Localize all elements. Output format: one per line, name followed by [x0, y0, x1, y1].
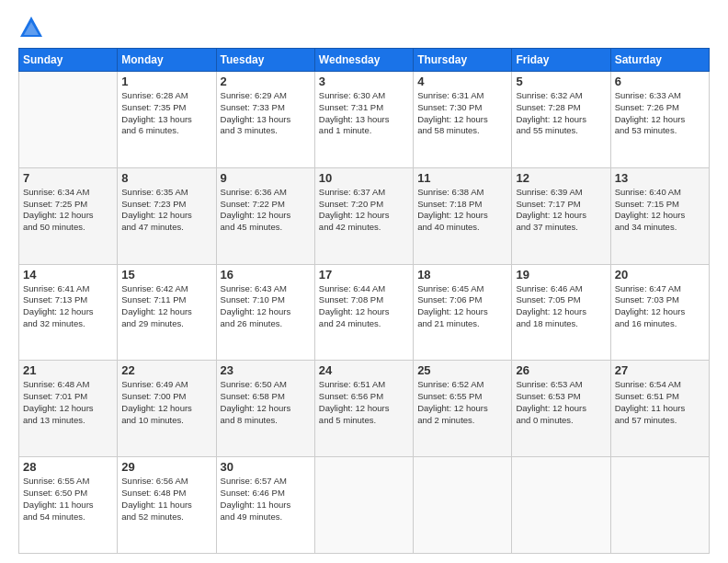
- day-info: Sunrise: 6:36 AM Sunset: 7:22 PM Dayligh…: [221, 187, 311, 234]
- day-number: 21: [23, 363, 113, 377]
- day-info: Sunrise: 6:44 AM Sunset: 7:08 PM Dayligh…: [319, 283, 409, 330]
- calendar-week-row: 21Sunrise: 6:48 AM Sunset: 7:01 PM Dayli…: [19, 361, 710, 457]
- day-info: Sunrise: 6:39 AM Sunset: 7:17 PM Dayligh…: [516, 187, 606, 234]
- day-info: Sunrise: 6:46 AM Sunset: 7:05 PM Dayligh…: [516, 283, 606, 330]
- calendar-day-header: Sunday: [19, 49, 118, 72]
- calendar-day-header: Saturday: [610, 49, 709, 72]
- calendar-cell: 20Sunrise: 6:47 AM Sunset: 7:03 PM Dayli…: [610, 264, 709, 361]
- day-number: 4: [417, 75, 507, 88]
- calendar-day-header: Friday: [512, 49, 610, 72]
- day-info: Sunrise: 6:55 AM Sunset: 6:50 PM Dayligh…: [23, 476, 113, 523]
- day-info: Sunrise: 6:42 AM Sunset: 7:11 PM Dayligh…: [121, 283, 211, 330]
- day-info: Sunrise: 6:34 AM Sunset: 7:25 PM Dayligh…: [23, 187, 113, 234]
- calendar-cell: 8Sunrise: 6:35 AM Sunset: 7:23 PM Daylig…: [118, 167, 216, 264]
- day-number: 3: [319, 75, 409, 88]
- calendar-cell: 29Sunrise: 6:56 AM Sunset: 6:48 PM Dayli…: [118, 457, 216, 554]
- calendar-week-row: 1Sunrise: 6:28 AM Sunset: 7:35 PM Daylig…: [19, 72, 710, 168]
- day-info: Sunrise: 6:54 AM Sunset: 6:51 PM Dayligh…: [615, 379, 705, 426]
- day-number: 22: [121, 363, 211, 377]
- calendar-cell: 9Sunrise: 6:36 AM Sunset: 7:22 PM Daylig…: [216, 167, 314, 264]
- day-number: 24: [319, 363, 409, 377]
- day-info: Sunrise: 6:35 AM Sunset: 7:23 PM Dayligh…: [121, 187, 211, 234]
- calendar-week-row: 28Sunrise: 6:55 AM Sunset: 6:50 PM Dayli…: [19, 457, 710, 554]
- calendar-cell: 28Sunrise: 6:55 AM Sunset: 6:50 PM Dayli…: [19, 457, 118, 554]
- calendar-cell: [414, 457, 512, 554]
- calendar-cell: 14Sunrise: 6:41 AM Sunset: 7:13 PM Dayli…: [19, 264, 118, 361]
- day-number: 20: [615, 268, 705, 282]
- calendar-cell: 10Sunrise: 6:37 AM Sunset: 7:20 PM Dayli…: [314, 167, 413, 264]
- day-number: 18: [417, 268, 507, 282]
- day-number: 16: [221, 268, 311, 282]
- day-info: Sunrise: 6:30 AM Sunset: 7:31 PM Dayligh…: [319, 90, 409, 137]
- day-number: 1: [121, 75, 211, 88]
- calendar-cell: 1Sunrise: 6:28 AM Sunset: 7:35 PM Daylig…: [118, 72, 216, 168]
- calendar-cell: 27Sunrise: 6:54 AM Sunset: 6:51 PM Dayli…: [610, 361, 709, 457]
- calendar-day-header: Monday: [118, 49, 216, 72]
- calendar-cell: [314, 457, 413, 554]
- day-info: Sunrise: 6:49 AM Sunset: 7:00 PM Dayligh…: [121, 379, 211, 426]
- day-number: 9: [221, 171, 311, 185]
- day-number: 26: [516, 363, 606, 377]
- calendar-header-row: SundayMondayTuesdayWednesdayThursdayFrid…: [19, 49, 710, 72]
- calendar-cell: 2Sunrise: 6:29 AM Sunset: 7:33 PM Daylig…: [216, 72, 314, 168]
- day-number: 29: [121, 460, 211, 474]
- day-number: 14: [23, 268, 113, 282]
- day-info: Sunrise: 6:51 AM Sunset: 6:56 PM Dayligh…: [319, 379, 409, 426]
- day-info: Sunrise: 6:47 AM Sunset: 7:03 PM Dayligh…: [615, 283, 705, 330]
- calendar-cell: 18Sunrise: 6:45 AM Sunset: 7:06 PM Dayli…: [414, 264, 512, 361]
- calendar-cell: 3Sunrise: 6:30 AM Sunset: 7:31 PM Daylig…: [314, 72, 413, 168]
- calendar-cell: 16Sunrise: 6:43 AM Sunset: 7:10 PM Dayli…: [216, 264, 314, 361]
- day-number: 28: [23, 460, 113, 474]
- calendar-cell: [19, 72, 118, 168]
- day-info: Sunrise: 6:52 AM Sunset: 6:55 PM Dayligh…: [417, 379, 507, 426]
- calendar-cell: 26Sunrise: 6:53 AM Sunset: 6:53 PM Dayli…: [512, 361, 610, 457]
- day-info: Sunrise: 6:37 AM Sunset: 7:20 PM Dayligh…: [319, 187, 409, 234]
- day-info: Sunrise: 6:48 AM Sunset: 7:01 PM Dayligh…: [23, 379, 113, 426]
- logo: [18, 15, 48, 40]
- day-number: 10: [319, 171, 409, 185]
- day-number: 11: [417, 171, 507, 185]
- day-info: Sunrise: 6:43 AM Sunset: 7:10 PM Dayligh…: [221, 283, 311, 330]
- logo-icon: [18, 15, 44, 40]
- day-number: 19: [516, 268, 606, 282]
- calendar-cell: [610, 457, 709, 554]
- calendar-cell: [512, 457, 610, 554]
- calendar-day-header: Thursday: [414, 49, 512, 72]
- calendar-cell: 21Sunrise: 6:48 AM Sunset: 7:01 PM Dayli…: [19, 361, 118, 457]
- calendar-cell: 22Sunrise: 6:49 AM Sunset: 7:00 PM Dayli…: [118, 361, 216, 457]
- day-info: Sunrise: 6:38 AM Sunset: 7:18 PM Dayligh…: [417, 187, 507, 234]
- calendar-cell: 30Sunrise: 6:57 AM Sunset: 6:46 PM Dayli…: [216, 457, 314, 554]
- calendar-cell: 5Sunrise: 6:32 AM Sunset: 7:28 PM Daylig…: [512, 72, 610, 168]
- day-info: Sunrise: 6:45 AM Sunset: 7:06 PM Dayligh…: [417, 283, 507, 330]
- calendar-cell: 25Sunrise: 6:52 AM Sunset: 6:55 PM Dayli…: [414, 361, 512, 457]
- day-number: 27: [615, 363, 705, 377]
- day-info: Sunrise: 6:32 AM Sunset: 7:28 PM Dayligh…: [516, 90, 606, 137]
- calendar-cell: 17Sunrise: 6:44 AM Sunset: 7:08 PM Dayli…: [314, 264, 413, 361]
- day-number: 15: [121, 268, 211, 282]
- calendar-cell: 11Sunrise: 6:38 AM Sunset: 7:18 PM Dayli…: [414, 167, 512, 264]
- day-info: Sunrise: 6:57 AM Sunset: 6:46 PM Dayligh…: [221, 476, 311, 523]
- calendar-day-header: Tuesday: [216, 49, 314, 72]
- day-number: 5: [516, 75, 606, 88]
- calendar-week-row: 14Sunrise: 6:41 AM Sunset: 7:13 PM Dayli…: [19, 264, 710, 361]
- day-number: 25: [417, 363, 507, 377]
- calendar-cell: 7Sunrise: 6:34 AM Sunset: 7:25 PM Daylig…: [19, 167, 118, 264]
- day-number: 6: [615, 75, 705, 88]
- day-info: Sunrise: 6:56 AM Sunset: 6:48 PM Dayligh…: [121, 476, 211, 523]
- page: SundayMondayTuesdayWednesdayThursdayFrid…: [0, 0, 728, 563]
- calendar-cell: 13Sunrise: 6:40 AM Sunset: 7:15 PM Dayli…: [610, 167, 709, 264]
- calendar-week-row: 7Sunrise: 6:34 AM Sunset: 7:25 PM Daylig…: [19, 167, 710, 264]
- calendar-cell: 4Sunrise: 6:31 AM Sunset: 7:30 PM Daylig…: [414, 72, 512, 168]
- day-info: Sunrise: 6:41 AM Sunset: 7:13 PM Dayligh…: [23, 283, 113, 330]
- calendar-cell: 6Sunrise: 6:33 AM Sunset: 7:26 PM Daylig…: [610, 72, 709, 168]
- day-number: 12: [516, 171, 606, 185]
- day-number: 2: [221, 75, 311, 88]
- day-info: Sunrise: 6:50 AM Sunset: 6:58 PM Dayligh…: [221, 379, 311, 426]
- day-info: Sunrise: 6:40 AM Sunset: 7:15 PM Dayligh…: [615, 187, 705, 234]
- calendar-cell: 15Sunrise: 6:42 AM Sunset: 7:11 PM Dayli…: [118, 264, 216, 361]
- calendar-day-header: Wednesday: [314, 49, 413, 72]
- day-number: 8: [121, 171, 211, 185]
- calendar-cell: 12Sunrise: 6:39 AM Sunset: 7:17 PM Dayli…: [512, 167, 610, 264]
- day-number: 17: [319, 268, 409, 282]
- day-info: Sunrise: 6:53 AM Sunset: 6:53 PM Dayligh…: [516, 379, 606, 426]
